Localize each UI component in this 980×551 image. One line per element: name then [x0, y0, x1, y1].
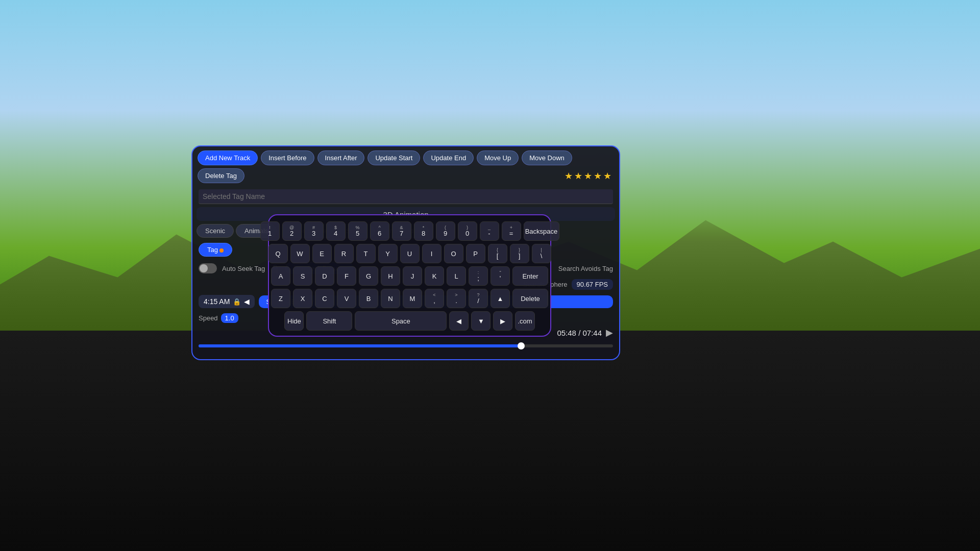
key-slash[interactable]: ?/ [469, 289, 488, 308]
key-k[interactable]: K [425, 266, 444, 286]
key-enter[interactable]: Enter [512, 266, 548, 286]
keyboard-asdf-row: A S D F G H J K L :; "' Enter [276, 266, 543, 286]
key-b[interactable]: B [359, 289, 378, 308]
update-start-button[interactable]: Update Start [368, 151, 420, 165]
star-4[interactable]: ★ [594, 170, 602, 182]
time-display: 05:48 / 07:44 [557, 329, 602, 337]
tag-name-row [192, 187, 619, 207]
progress-thumb[interactable] [518, 342, 525, 349]
key-quote[interactable]: "' [491, 266, 510, 286]
key-5[interactable]: %5 [348, 221, 368, 241]
star-1[interactable]: ★ [565, 170, 573, 182]
key-backslash[interactable]: |\ [532, 244, 551, 263]
star-3[interactable]: ★ [584, 170, 592, 182]
tab-scenic-1[interactable]: Scenic [197, 224, 234, 238]
keyboard-bottom-row: Hide Shift Space ◀ ▼ ▶ .com [276, 311, 543, 331]
key-period[interactable]: >. [447, 289, 466, 308]
key-d[interactable]: D [315, 266, 334, 286]
current-tag-button[interactable]: Tag [199, 243, 232, 257]
key-arrow-down[interactable]: ▼ [471, 311, 491, 331]
key-arrow-left[interactable]: ◀ [449, 311, 469, 331]
key-7[interactable]: &7 [392, 221, 411, 241]
key-1[interactable]: !1 [260, 221, 280, 241]
key-w[interactable]: W [290, 244, 310, 263]
key-e[interactable]: E [312, 244, 332, 263]
key-l[interactable]: L [447, 266, 466, 286]
key-backspace[interactable]: Backspace [524, 221, 559, 241]
lock-icon-2: 🔒 [233, 298, 241, 306]
keyboard-panel: !1 @2 #3 $4 %5 ^6 &7 *8 (9 )0 _- += Back… [268, 214, 551, 337]
update-end-button[interactable]: Update End [423, 151, 474, 165]
key-arrow-right[interactable]: ▶ [493, 311, 512, 331]
keyboard-qwerty-row: Q W E R T Y U I O P {[ }] |\ [276, 244, 543, 263]
key-v[interactable]: V [337, 289, 356, 308]
speed-value: 1.0 [221, 313, 238, 323]
auto-seek-label: Auto Seek Tag [222, 265, 265, 272]
key-arrow-up[interactable]: ▲ [491, 289, 510, 308]
chevron-left-icon: ◀ [244, 297, 250, 306]
chevron-right-icon[interactable]: ▶ [606, 327, 613, 338]
key-j[interactable]: J [403, 266, 422, 286]
key-p[interactable]: P [466, 244, 485, 263]
progress-fill [199, 344, 522, 347]
key-minus[interactable]: _- [480, 221, 499, 241]
key-c[interactable]: C [315, 289, 334, 308]
key-g[interactable]: G [359, 266, 378, 286]
key-delete[interactable]: Delete [512, 289, 548, 308]
star-5[interactable]: ★ [603, 170, 611, 182]
move-up-button[interactable]: Move Up [477, 151, 519, 165]
star-2[interactable]: ★ [574, 170, 582, 182]
key-i[interactable]: I [422, 244, 442, 263]
key-lbracket[interactable]: {[ [488, 244, 507, 263]
key-comma[interactable]: <, [425, 289, 444, 308]
key-z[interactable]: Z [271, 289, 290, 308]
add-new-track-button[interactable]: Add New Track [198, 151, 258, 165]
key-equals[interactable]: += [502, 221, 521, 241]
insert-after-button[interactable]: Insert After [317, 151, 365, 165]
key-4[interactable]: $4 [326, 221, 346, 241]
key-x[interactable]: X [293, 289, 312, 308]
key-y[interactable]: Y [378, 244, 398, 263]
key-space[interactable]: Space [355, 311, 447, 331]
key-3[interactable]: #3 [304, 221, 324, 241]
key-a[interactable]: A [271, 266, 290, 286]
search-avoids-label: Search Avoids Tag [558, 265, 613, 272]
key-hide[interactable]: Hide [284, 311, 304, 331]
key-o[interactable]: O [444, 244, 463, 263]
keyboard-number-row: !1 @2 #3 $4 %5 ^6 &7 *8 (9 )0 _- += Back… [276, 221, 543, 241]
key-t[interactable]: T [356, 244, 376, 263]
key-m[interactable]: M [403, 289, 422, 308]
key-q[interactable]: Q [268, 244, 288, 263]
key-h[interactable]: H [381, 266, 400, 286]
delete-tag-button[interactable]: Delete Tag [198, 168, 244, 183]
speed-label: Speed [199, 314, 218, 322]
key-2[interactable]: @2 [282, 221, 302, 241]
toggle-knob [200, 264, 208, 272]
key-f[interactable]: F [337, 266, 356, 286]
key-semicolon[interactable]: :; [469, 266, 488, 286]
star-rating: ★ ★ ★ ★ ★ [565, 170, 614, 182]
key-0[interactable]: )0 [458, 221, 477, 241]
key-r[interactable]: R [334, 244, 354, 263]
clock-value: 4:15 AM [204, 297, 230, 306]
key-rbracket[interactable]: }] [510, 244, 529, 263]
toolbar: Add New Track Insert Before Insert After… [192, 146, 619, 187]
key-shift[interactable]: Shift [306, 311, 352, 331]
tag-indicator [219, 248, 224, 253]
key-8[interactable]: *8 [414, 221, 433, 241]
key-6[interactable]: ^6 [370, 221, 389, 241]
background-bottom [0, 331, 980, 551]
tag-name-input[interactable] [199, 189, 613, 204]
key-s[interactable]: S [293, 266, 312, 286]
move-down-button[interactable]: Move Down [522, 151, 572, 165]
key-dotcom[interactable]: .com [515, 311, 534, 331]
key-n[interactable]: N [381, 289, 400, 308]
key-u[interactable]: U [400, 244, 420, 263]
insert-before-button[interactable]: Insert Before [261, 151, 314, 165]
fps-display: 90.67 FPS [572, 279, 613, 290]
current-tag-label: Tag [207, 246, 218, 254]
key-9[interactable]: (9 [436, 221, 455, 241]
clock-badge: 4:15 AM 🔒 ◀ [199, 295, 255, 308]
auto-seek-toggle[interactable] [199, 263, 217, 273]
progress-bar[interactable] [199, 344, 613, 347]
